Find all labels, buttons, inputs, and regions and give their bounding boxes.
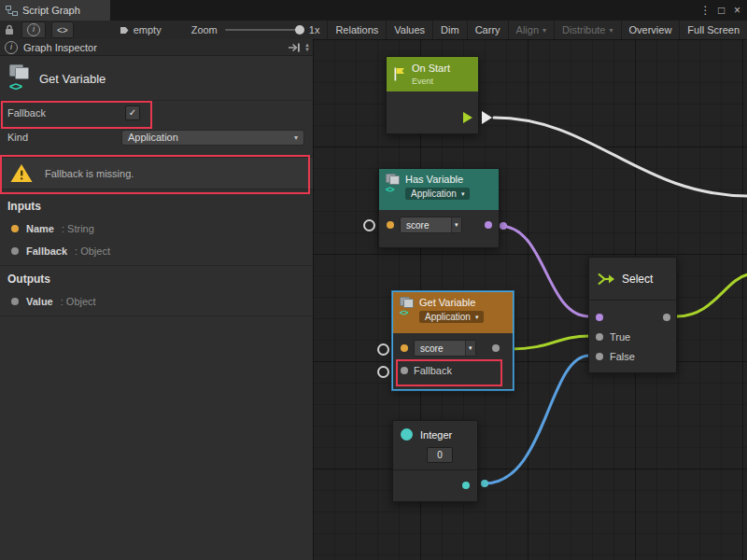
flag-icon bbox=[393, 67, 405, 81]
chevron-down-icon: ▾ bbox=[475, 314, 479, 321]
tab-script-graph[interactable]: Script Graph bbox=[0, 0, 110, 21]
zoom-control: Zoom 1x bbox=[191, 24, 320, 35]
kind-label: Kind bbox=[7, 132, 28, 143]
values-button[interactable]: Values bbox=[386, 21, 432, 39]
trigger-output-port[interactable] bbox=[463, 112, 472, 123]
inspector-title: Graph Inspector bbox=[23, 42, 97, 53]
angle-brackets-icon: <> bbox=[9, 79, 21, 93]
node-on-start[interactable]: On Start Event bbox=[386, 56, 479, 134]
tag-icon bbox=[120, 25, 129, 35]
divider bbox=[0, 265, 313, 266]
fallback-option-row: Fallback ✓ bbox=[0, 103, 313, 123]
distribute-button[interactable]: Distribute▾ bbox=[554, 21, 620, 39]
true-input-port[interactable] bbox=[596, 333, 603, 341]
lock-icon[interactable] bbox=[0, 21, 19, 39]
close-icon[interactable]: × bbox=[729, 4, 745, 17]
script-graph-icon bbox=[6, 6, 18, 16]
overview-button[interactable]: Overview bbox=[621, 21, 680, 39]
variable-name-dropdown[interactable]: score ▾ bbox=[400, 217, 462, 233]
selection-output-port[interactable] bbox=[663, 314, 670, 321]
get-variable-icon: <> bbox=[9, 64, 28, 93]
variable-name-dropdown[interactable]: score ▾ bbox=[414, 340, 476, 357]
align-button[interactable]: Align▾ bbox=[508, 21, 554, 39]
integer-type-icon bbox=[401, 428, 413, 441]
connected-trigger-port[interactable] bbox=[482, 111, 492, 124]
window-menu-icon[interactable]: ⋮ bbox=[698, 4, 713, 17]
scroll-arrows-icon[interactable]: ▲▼ bbox=[304, 43, 310, 52]
papers-icon bbox=[386, 174, 399, 184]
unit-title-block: <> Get Variable bbox=[0, 58, 313, 101]
info-icon: i bbox=[27, 23, 40, 36]
unconnected-input-port[interactable] bbox=[377, 366, 389, 378]
variable-icon: <> bbox=[386, 174, 399, 194]
unconnected-input-port[interactable] bbox=[377, 343, 389, 356]
integer-output-port[interactable] bbox=[462, 482, 470, 489]
on-start-header: On Start Event bbox=[387, 57, 478, 91]
inspect-toggle-button[interactable]: i bbox=[21, 21, 46, 38]
graph-toolbar: i <> empty Zoom 1x Relations Values Dim … bbox=[0, 21, 747, 40]
object-port-icon bbox=[11, 298, 19, 305]
variable-name-row: score ▾ bbox=[379, 214, 499, 236]
has-variable-header: <> Has Variable Application▾ bbox=[379, 169, 499, 210]
wire-select-out[interactable] bbox=[677, 274, 747, 316]
wire-onstart-out[interactable] bbox=[494, 118, 747, 196]
chevron-down-icon: ▾ bbox=[294, 133, 298, 142]
select-header: Select bbox=[589, 258, 676, 301]
inputs-header: Inputs bbox=[7, 200, 41, 213]
string-port-icon[interactable] bbox=[401, 344, 408, 352]
integer-header: Integer 0 bbox=[393, 421, 477, 470]
port-dot[interactable] bbox=[481, 480, 488, 487]
true-row: True bbox=[589, 327, 676, 346]
fullscreen-button[interactable]: Full Screen bbox=[679, 21, 747, 39]
chevron-down-icon: ▾ bbox=[543, 26, 546, 35]
fallback-checkbox[interactable]: ✓ bbox=[125, 105, 140, 120]
warning-text: Fallback is missing. bbox=[45, 168, 134, 179]
node-select[interactable]: Select True False bbox=[588, 257, 677, 373]
node-integer[interactable]: Integer 0 bbox=[392, 420, 478, 502]
zoom-slider[interactable] bbox=[225, 29, 302, 31]
outputs-header: Outputs bbox=[7, 273, 50, 286]
toolbar-right: Relations Values Dim Carry Align▾ Distri… bbox=[327, 21, 747, 39]
condition-row bbox=[589, 307, 676, 327]
selection-label: empty bbox=[120, 24, 162, 35]
value-output-port[interactable] bbox=[492, 344, 500, 352]
node-get-variable[interactable]: <> Get Variable Application▾ score ▾ bbox=[392, 291, 514, 390]
relations-button[interactable]: Relations bbox=[327, 21, 386, 39]
papers-icon bbox=[400, 297, 413, 307]
info-icon: i bbox=[5, 41, 18, 54]
papers-icon bbox=[9, 64, 28, 78]
titlebar: Script Graph ⋮ □ × bbox=[0, 0, 747, 21]
chevron-down-icon: ▾ bbox=[451, 217, 461, 232]
object-port-icon[interactable] bbox=[401, 367, 408, 374]
port-dot[interactable] bbox=[500, 222, 507, 230]
kind-dropdown[interactable]: Application▾ bbox=[405, 188, 470, 200]
window-controls: ⋮ □ × bbox=[698, 0, 745, 21]
integer-value-field[interactable]: 0 bbox=[427, 447, 453, 463]
string-port-icon[interactable] bbox=[387, 221, 394, 229]
carry-button[interactable]: Carry bbox=[467, 21, 508, 39]
script-graph-window: Script Graph ⋮ □ × i <> empty Zoom 1x bbox=[0, 0, 747, 560]
dock-panel-icon[interactable] bbox=[288, 43, 301, 52]
inspector-header-icons: ▲▼ bbox=[288, 43, 313, 52]
zoom-value: 1x bbox=[309, 24, 320, 35]
zoom-slider-knob[interactable] bbox=[295, 25, 304, 35]
string-port-icon bbox=[11, 225, 19, 232]
inspector-header: i Graph Inspector ▲▼ bbox=[0, 39, 313, 56]
wire-getvariable-to-true[interactable] bbox=[511, 336, 589, 349]
fallback-label: Fallback bbox=[7, 107, 46, 119]
kind-dropdown[interactable]: Application ▾ bbox=[121, 130, 304, 146]
bool-output-port[interactable] bbox=[485, 221, 492, 229]
unconnected-input-port[interactable] bbox=[363, 219, 375, 231]
node-has-variable[interactable]: <> Has Variable Application▾ score ▾ bbox=[378, 168, 500, 248]
chevron-down-icon: ▾ bbox=[461, 190, 465, 198]
divider bbox=[0, 315, 313, 316]
dim-button[interactable]: Dim bbox=[432, 21, 467, 39]
condition-input-port[interactable] bbox=[596, 314, 603, 321]
maximize-icon[interactable]: □ bbox=[713, 4, 729, 17]
graph-canvas[interactable]: On Start Event <> Has Variable bbox=[313, 39, 747, 560]
output-value-row: Value : Object bbox=[0, 291, 313, 312]
code-preview-button[interactable]: <> bbox=[51, 21, 74, 38]
false-input-port[interactable] bbox=[596, 353, 603, 360]
select-icon bbox=[597, 271, 615, 287]
kind-dropdown[interactable]: Application▾ bbox=[419, 311, 484, 323]
